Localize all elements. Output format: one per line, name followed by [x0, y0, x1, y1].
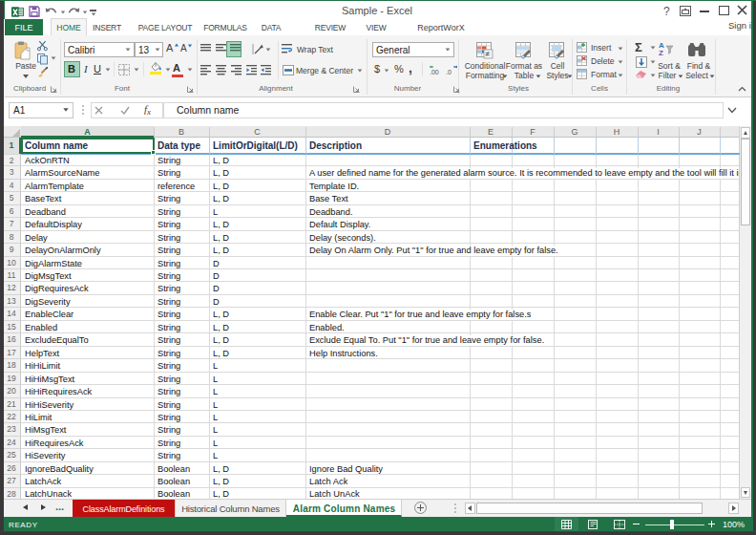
svg-text:≠: ≠ [486, 50, 491, 58]
svg-text:Z: Z [659, 49, 663, 57]
svg-text:.00: .00 [430, 69, 439, 75]
